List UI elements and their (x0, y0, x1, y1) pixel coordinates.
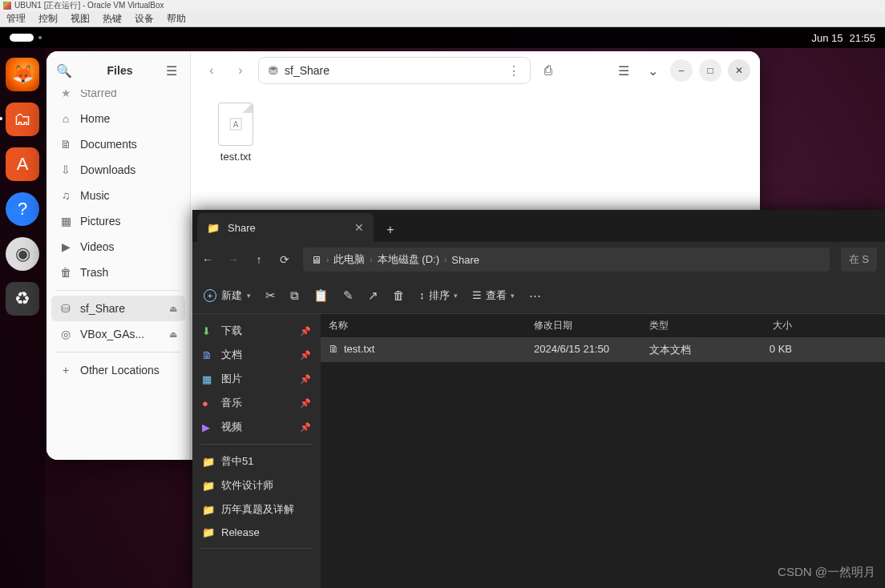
explorer-side-item[interactable]: ●音乐📌 (192, 391, 321, 415)
firefox-icon[interactable]: 🦊 (6, 58, 39, 91)
rename-icon[interactable]: ✎ (343, 288, 354, 303)
file-icon: 🗎 (329, 343, 339, 355)
breadcrumb-item[interactable]: 本地磁盘 (D:) (378, 252, 439, 267)
explorer-tab[interactable]: 📁 Share ✕ (197, 213, 374, 242)
sidebar-item[interactable]: 🗎Documents (46, 131, 190, 157)
screenshot-icon[interactable]: ⎙ (537, 59, 560, 82)
vbox-menu-item[interactable]: 视图 (64, 12, 96, 26)
sidebar-item[interactable]: ♫Music (46, 183, 190, 208)
file-row[interactable]: 🗎test.txt2024/6/15 21:50文本文档0 KB (321, 338, 885, 362)
sidebar-mount[interactable]: ⛁sf_Share⏏ (51, 296, 185, 321)
sidebar-item[interactable]: ★Starred (46, 90, 190, 106)
side-icon: ▶ (202, 421, 215, 433)
sidebar-item[interactable]: ⇩Downloads (46, 157, 190, 183)
eject-icon[interactable]: ⏏ (169, 329, 177, 340)
sidebar-icon: ⌂ (59, 112, 72, 125)
breadcrumb-item[interactable]: 此电脑 (333, 252, 365, 267)
minimize-button[interactable]: – (670, 59, 693, 82)
trash-icon[interactable]: ♻ (6, 282, 39, 316)
help-icon[interactable]: ? (6, 192, 39, 226)
sidebar-item[interactable]: ▦Pictures (46, 208, 190, 234)
explorer-side-item[interactable]: 📁软件设计师 (192, 473, 321, 497)
activities-button[interactable] (10, 34, 34, 42)
vbox-menu-item[interactable]: 热键 (96, 12, 128, 26)
hamburger-icon[interactable]: ☰ (166, 63, 182, 79)
nautilus-toolbar: ‹ › ⛃ sf_Share ⋮ ⎙ ☰ ⌄ – □ ✕ (191, 51, 760, 90)
col-name[interactable]: 名称 (321, 314, 526, 337)
other-locations[interactable]: +Other Locations (46, 357, 190, 383)
explorer-side-item[interactable]: ▦图片📌 (192, 367, 321, 391)
new-button[interactable]: +新建▾ (204, 288, 251, 303)
mount-label: VBox_GAs... (80, 328, 144, 340)
disk-icon[interactable]: ◉ (6, 237, 39, 271)
search-icon[interactable]: 🔍 (55, 61, 74, 80)
path-menu-icon[interactable]: ⋮ (507, 63, 520, 79)
explorer-side-item[interactable]: 📁Release (192, 522, 321, 543)
explorer-side-item[interactable]: 📁历年真题及详解 (192, 497, 321, 522)
side-icon: 📁 (202, 526, 215, 538)
pin-icon[interactable]: 📌 (300, 398, 311, 409)
more-icon[interactable]: ⋯ (529, 288, 541, 303)
pin-icon[interactable]: 📌 (300, 350, 311, 360)
sidebar-item[interactable]: ⌂Home (46, 106, 190, 131)
explorer-side-item[interactable]: ⬇下载📌 (192, 319, 321, 343)
vbox-menu-item[interactable]: 设备 (128, 12, 160, 26)
sidebar-mount[interactable]: ◎VBox_GAs...⏏ (46, 321, 190, 347)
pin-icon[interactable]: 📌 (300, 422, 311, 433)
forward-button[interactable]: › (229, 59, 252, 82)
new-tab-button[interactable]: + (378, 218, 402, 242)
file-item[interactable]: test.txt (204, 103, 268, 163)
vbox-menu-item[interactable]: 管理 (0, 12, 32, 26)
back-button[interactable]: ‹ (200, 59, 223, 82)
clock[interactable]: Jun 15 21:55 (811, 32, 875, 44)
close-button[interactable]: ✕ (728, 59, 750, 82)
explorer-side-item[interactable]: 🗎文档📌 (192, 343, 321, 367)
column-headers[interactable]: 名称 修改日期 类型 大小 (321, 314, 885, 338)
explorer-side-item[interactable]: ▶视频📌 (192, 415, 321, 439)
vbox-menu-item[interactable]: 帮助 (160, 12, 192, 26)
breadcrumb-item[interactable]: Share (451, 254, 479, 266)
eject-icon[interactable]: ⏏ (169, 304, 177, 314)
sidebar-icon: ⇩ (59, 163, 72, 176)
path-bar[interactable]: ⛃ sf_Share ⋮ (258, 57, 531, 84)
maximize-button[interactable]: □ (699, 59, 721, 82)
back-icon[interactable]: ← (200, 253, 215, 266)
virtualbox-menubar[interactable]: 管理控制视图热键设备帮助 (0, 11, 885, 27)
up-icon[interactable]: ↑ (252, 253, 266, 266)
col-type[interactable]: 类型 (641, 314, 738, 337)
virtualbox-icon (3, 2, 11, 10)
software-store-icon[interactable]: A (6, 147, 39, 181)
gnome-topbar[interactable]: Jun 15 21:55 (0, 27, 885, 48)
forward-icon[interactable]: → (226, 253, 240, 266)
paste-icon[interactable]: 📋 (313, 288, 329, 303)
sidebar-icon: 🗎 (59, 138, 72, 151)
search-box[interactable]: 在 S (841, 248, 877, 272)
cut-icon[interactable]: ✂ (265, 288, 276, 303)
list-view-icon[interactable]: ☰ (612, 59, 635, 82)
delete-icon[interactable]: 🗑 (393, 288, 405, 302)
virtualbox-title-text: UBUN1 [正在运行] - Oracle VM VirtualBox (14, 0, 164, 11)
sidebar-label: Downloads (80, 163, 135, 176)
sort-button[interactable]: ↕ 排序 ▾ (419, 288, 458, 303)
explorer-side-item[interactable]: 📁普中51 (192, 449, 321, 473)
side-label: Release (221, 526, 260, 538)
copy-icon[interactable]: ⧉ (290, 288, 299, 303)
tab-close-icon[interactable]: ✕ (354, 221, 364, 234)
pin-icon[interactable]: 📌 (300, 374, 311, 385)
mount-icon: ◎ (59, 328, 72, 340)
col-date[interactable]: 修改日期 (526, 314, 641, 337)
col-size[interactable]: 大小 (738, 314, 800, 337)
view-options-icon[interactable]: ⌄ (641, 59, 664, 82)
files-icon[interactable]: 🗂 (6, 103, 39, 136)
pin-icon[interactable]: 📌 (300, 326, 311, 336)
breadcrumb[interactable]: 🖥 › 此电脑›本地磁盘 (D:)›Share (303, 248, 830, 272)
vbox-menu-item[interactable]: 控制 (32, 12, 64, 26)
side-icon: ▦ (202, 373, 215, 385)
sidebar-item[interactable]: 🗑Trash (46, 260, 190, 285)
share-icon[interactable]: ↗ (368, 288, 378, 303)
view-button[interactable]: ☰ 查看 ▾ (472, 288, 515, 303)
refresh-icon[interactable]: ⟳ (277, 253, 292, 266)
sidebar-item[interactable]: ▶Videos (46, 234, 190, 260)
sidebar-label: Videos (80, 240, 115, 253)
sidebar-label: Starred (80, 90, 117, 99)
